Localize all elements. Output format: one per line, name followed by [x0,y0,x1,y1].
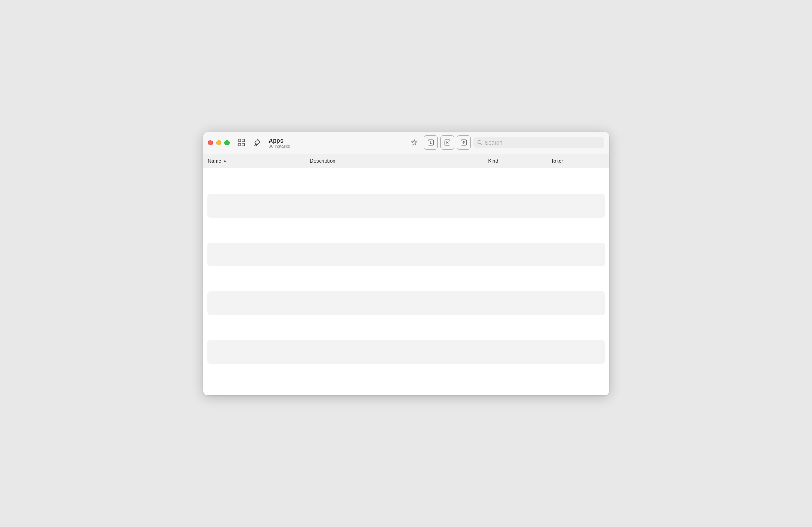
svg-line-13 [481,143,482,145]
traffic-lights [208,140,230,145]
sparkle-button[interactable] [407,135,421,150]
list-item[interactable] [207,267,605,291]
maximize-button[interactable] [224,140,230,145]
brush-button[interactable] [250,135,264,150]
column-headers: Name ▲ Description Kind Token [203,154,609,168]
col-header-name[interactable]: Name ▲ [203,154,305,168]
list-item[interactable] [207,218,605,242]
col-header-token[interactable]: Token [546,154,609,168]
list-item[interactable] [207,316,605,339]
svg-rect-0 [238,139,240,142]
minimize-button[interactable] [216,140,221,145]
sort-arrow-name: ▲ [223,159,227,163]
svg-rect-2 [238,143,240,146]
remove-button[interactable] [440,135,454,150]
list-item[interactable] [207,194,605,218]
svg-rect-1 [242,139,244,142]
app-title: Apps [269,137,291,144]
search-icon [477,140,483,145]
download-button[interactable] [424,135,438,150]
app-title-text: Apps 30 installed [269,137,291,148]
col-header-kind[interactable]: Kind [483,154,546,168]
list-item[interactable] [207,170,605,193]
list-item[interactable] [207,291,605,315]
list-item[interactable] [207,243,605,266]
content-list [203,168,609,395]
grid-view-button[interactable] [234,135,248,150]
app-subtitle: 30 installed [269,144,291,148]
list-item[interactable] [207,364,605,388]
toolbar-left-icons [234,135,264,150]
col-header-description[interactable]: Description [305,154,483,168]
app-title-section: Apps 30 installed [269,137,407,148]
svg-rect-3 [242,143,244,146]
title-bar: Apps 30 installed [203,132,609,154]
list-item[interactable] [207,340,605,364]
search-bar [473,137,604,148]
toolbar-right [407,135,604,150]
main-window: Apps 30 installed [203,132,609,395]
search-input[interactable] [485,139,601,146]
close-button[interactable] [208,140,213,145]
upload-button[interactable] [457,135,471,150]
